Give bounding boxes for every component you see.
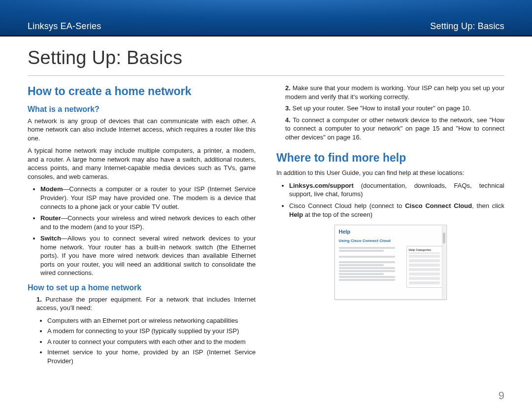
sub-bullet-list: Computers with an Ethernet port or wirel… (28, 316, 256, 366)
ordered-list: 1. Purchase the proper equipment. For a … (28, 295, 256, 312)
list-item: Internet service to your home, provided … (47, 348, 256, 365)
list-item: 1. Purchase the proper equipment. For a … (36, 295, 256, 312)
page-number: 9 (499, 389, 504, 402)
list-item: 3. Set up your router. See "How to insta… (285, 104, 504, 113)
header-left: Linksys EA-Series (28, 21, 101, 32)
sub-heading: What is a network? (28, 104, 256, 115)
help-content-preview (339, 246, 403, 282)
list-item: Modem—Connects a computer or a router to… (40, 185, 256, 211)
ordered-list-cont: 2. Make sure that your modem is working.… (276, 84, 504, 141)
help-window-title: Help (339, 228, 442, 236)
list-item: Computers with an Ethernet port or wirel… (47, 316, 256, 325)
list-item: Router—Connects your wireless and wired … (40, 214, 256, 231)
help-screenshot: Help Using Cisco Connect Cloud Help Cate… (334, 225, 447, 300)
section-heading: How to create a home network (28, 84, 256, 99)
definition-list: Modem—Connects a computer or a router to… (28, 185, 256, 277)
sub-heading: How to set up a home network (28, 282, 256, 293)
list-item: A modem for connecting to your ISP (typi… (47, 327, 256, 336)
left-column: How to create a home network What is a n… (28, 84, 256, 369)
help-section-title: Using Cisco Connect Cloud (339, 239, 442, 244)
page-title: Setting Up: Basics (28, 47, 504, 76)
section-heading: Where to find more help (276, 150, 504, 166)
page-body: Setting Up: Basics How to create a home … (0, 36, 532, 369)
header-right: Setting Up: Basics (430, 21, 504, 32)
help-categories-label: Help Categories (409, 248, 440, 253)
paragraph: In addition to this User Guide, you can … (276, 169, 504, 177)
list-item: Linksys.com/support (documentation, down… (289, 181, 504, 199)
scrollbar (442, 226, 446, 299)
help-locations-list: Linksys.com/support (documentation, down… (276, 181, 504, 219)
list-item: Switch—Allows you to connect several wir… (40, 234, 256, 277)
list-item: A router to connect your computers with … (47, 338, 256, 346)
list-item: 4. To connect a computer or other networ… (285, 116, 504, 142)
paragraph: A typical home network may include multi… (28, 146, 256, 181)
list-item: 2. Make sure that your modem is working.… (285, 84, 504, 101)
page-header: Linksys EA-Series Setting Up: Basics (0, 0, 532, 35)
help-categories-box: Help Categories (406, 246, 442, 288)
list-item: Cisco Connect Cloud help (connect to Cis… (289, 202, 504, 219)
right-column: 2. Make sure that your modem is working.… (276, 84, 504, 369)
paragraph: A network is any group of devices that c… (28, 117, 256, 143)
